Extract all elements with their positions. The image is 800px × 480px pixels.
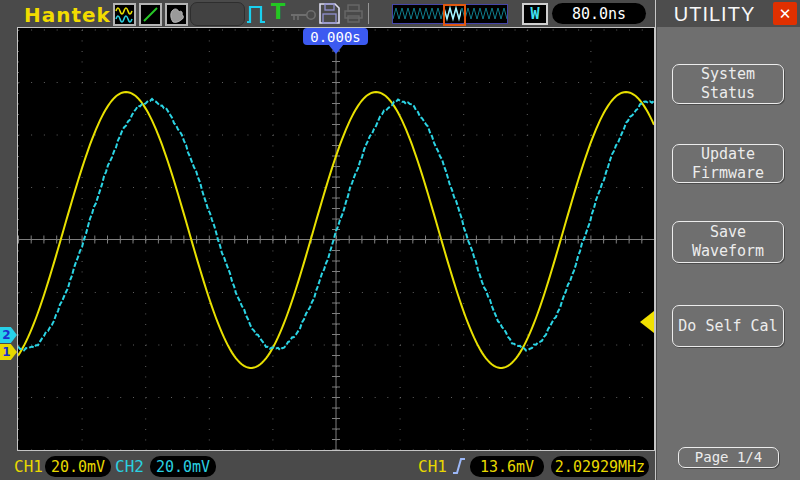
slope-icon[interactable] xyxy=(139,3,162,26)
trigger-level-marker[interactable] xyxy=(640,311,654,333)
button-label-line: System xyxy=(701,65,755,84)
panel-divider xyxy=(655,0,656,480)
hand-icon[interactable] xyxy=(165,3,188,26)
ch1-label: CH1 xyxy=(14,457,43,476)
button-label-line: Save xyxy=(710,223,746,242)
page-button[interactable]: Page 1/4 xyxy=(678,447,779,468)
key-icon-glyph xyxy=(290,9,317,22)
save-icon[interactable] xyxy=(318,2,341,25)
save-icon-glyph xyxy=(318,2,341,25)
hand-icon-glyph xyxy=(167,5,186,24)
pulse-icon-glyph xyxy=(246,2,266,24)
slope-icon-glyph xyxy=(141,5,160,24)
button-label-line: Do Self Cal xyxy=(678,317,777,336)
channels-icon-glyph xyxy=(115,5,134,24)
status-bar: CH1 20.0mV CH2 20.0mV CH1 13.6mV 2.02929… xyxy=(0,452,657,480)
rising-edge-icon xyxy=(452,456,466,476)
channels-icon[interactable] xyxy=(113,3,136,26)
trigger-source-label: CH1 xyxy=(418,457,447,476)
trigger-level-readout: 13.6mV xyxy=(470,456,544,477)
key-icon[interactable] xyxy=(290,7,317,20)
top-toolbar: Hantek T xyxy=(0,0,657,28)
toolbar-separator xyxy=(368,3,369,24)
button-label-line: Waveform xyxy=(692,242,764,261)
button-label-line: Page 1/4 xyxy=(695,448,762,467)
preview-viewport[interactable] xyxy=(443,4,466,26)
hantek-logo: Hantek xyxy=(24,3,111,27)
trigger-frequency-readout: 2.02929MHz xyxy=(551,456,649,477)
window-mode-indicator: W xyxy=(522,3,548,25)
ch1-zero-marker[interactable]: 1 xyxy=(0,344,17,360)
print-icon[interactable] xyxy=(343,3,364,24)
trigger-position-tab[interactable]: 0.000s xyxy=(303,28,368,45)
scope-screen xyxy=(17,27,655,451)
timebase-readout: 80.0ns xyxy=(552,3,646,24)
utility-menu-panel: UTILITY ✕ System Status Update Firmware … xyxy=(657,0,800,480)
menu-title: UTILITY xyxy=(657,3,772,26)
ch1-scale-readout: 20.0mV xyxy=(45,456,111,477)
toolbar-empty-slot xyxy=(190,2,245,26)
button-label-line: Status xyxy=(701,84,755,103)
oscilloscope-app: Hantek T xyxy=(0,0,800,480)
button-label-line: Firmware xyxy=(692,164,764,183)
trigger-position-pointer-icon xyxy=(328,44,344,54)
ch2-zero-marker[interactable]: 2 xyxy=(0,327,17,343)
update-firmware-button[interactable]: Update Firmware xyxy=(672,144,784,183)
system-status-button[interactable]: System Status xyxy=(672,64,784,104)
menu-header: UTILITY ✕ xyxy=(657,0,800,27)
button-label-line: Update xyxy=(701,145,755,164)
print-icon-glyph xyxy=(343,3,364,24)
waveform-preview[interactable] xyxy=(392,4,508,24)
save-waveform-button[interactable]: Save Waveform xyxy=(672,221,784,263)
pulse-icon[interactable] xyxy=(246,2,266,24)
scope-graticule xyxy=(18,28,654,450)
do-self-cal-button[interactable]: Do Self Cal xyxy=(672,305,784,347)
ch2-label: CH2 xyxy=(115,457,144,476)
close-icon[interactable]: ✕ xyxy=(773,2,797,25)
ch2-scale-readout: 20.0mV xyxy=(150,456,216,477)
trigger-type-icon[interactable]: T xyxy=(271,0,285,24)
